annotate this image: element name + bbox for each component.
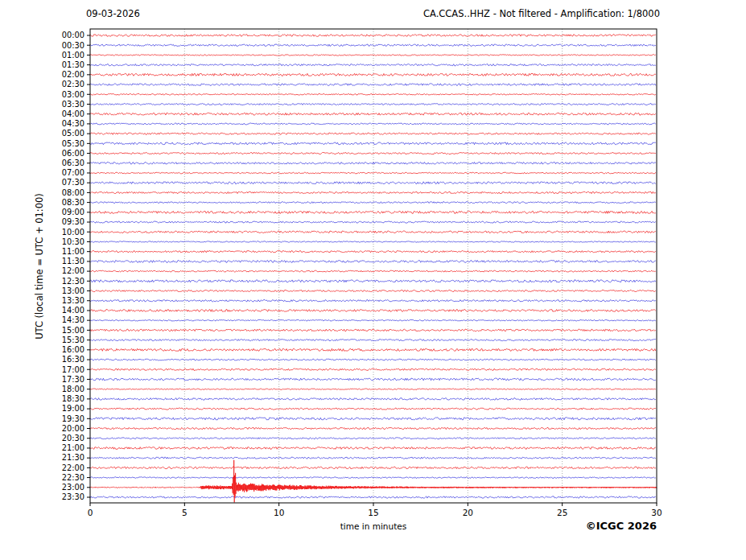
row-label-21:00: 21:00 (62, 443, 84, 452)
trace-10:00 (90, 231, 656, 233)
trace-06:30 (90, 163, 656, 165)
trace-09:00 (90, 211, 656, 213)
row-label-03:30: 03:30 (62, 100, 84, 109)
x-tick-label-25: 25 (557, 508, 567, 517)
trace-11:30 (90, 261, 656, 263)
trace-03:30 (90, 104, 656, 105)
trace-21:00 (90, 447, 656, 450)
trace-20:00 (90, 427, 656, 429)
row-label-10:00: 10:00 (62, 228, 84, 237)
row-label-12:30: 12:30 (62, 277, 84, 286)
trace-08:30 (90, 202, 656, 204)
row-label-00:00: 00:00 (62, 31, 84, 39)
row-label-04:00: 04:00 (62, 109, 84, 118)
row-label-14:00: 14:00 (62, 306, 84, 315)
trace-15:00 (90, 329, 656, 331)
trace-07:00 (90, 172, 656, 174)
x-tick-label-30: 30 (651, 508, 662, 517)
row-label-20:30: 20:30 (62, 434, 84, 443)
trace-02:30 (90, 84, 656, 86)
row-label-09:00: 09:00 (62, 208, 84, 216)
row-label-08:00: 08:00 (62, 188, 84, 197)
row-label-05:00: 05:00 (62, 129, 84, 138)
row-label-17:30: 17:30 (62, 375, 84, 384)
row-label-02:00: 02:00 (62, 70, 84, 79)
row-label-13:30: 13:30 (62, 296, 84, 305)
row-label-20:00: 20:00 (62, 424, 84, 433)
row-label-23:30: 23:30 (62, 492, 84, 501)
row-label-16:00: 16:00 (62, 345, 84, 354)
x-tick-label-10: 10 (274, 508, 284, 517)
trace-04:30 (90, 123, 656, 125)
trace-18:00 (90, 389, 656, 389)
row-label-14:30: 14:30 (62, 315, 84, 324)
trace-16:00 (90, 348, 656, 351)
trace-12:00 (90, 270, 656, 272)
trace-04:00 (90, 113, 656, 115)
trace-13:30 (90, 300, 656, 302)
row-label-19:00: 19:00 (62, 404, 84, 413)
trace-00:00 (90, 35, 656, 37)
trace-01:30 (90, 64, 656, 66)
trace-11:00 (90, 251, 656, 253)
trace-08:00 (90, 191, 656, 193)
row-label-02:30: 02:30 (62, 80, 84, 89)
row-label-06:30: 06:30 (62, 159, 84, 167)
row-label-07:00: 07:00 (62, 168, 84, 177)
trace-19:00 (90, 408, 656, 410)
trace-00:30 (90, 44, 656, 46)
trace-05:00 (90, 133, 656, 134)
trace-17:30 (90, 378, 656, 381)
trace-17:00 (90, 369, 656, 370)
row-label-18:30: 18:30 (62, 394, 84, 403)
trace-09:30 (90, 221, 656, 223)
trace-19:30 (90, 418, 656, 420)
trace-02:00 (90, 73, 656, 76)
row-label-18:00: 18:00 (62, 385, 84, 393)
trace-10:30 (90, 241, 656, 242)
trace-14:00 (90, 310, 656, 312)
row-label-10:30: 10:30 (62, 237, 84, 246)
row-label-13:00: 13:00 (62, 286, 84, 295)
row-label-23:00: 23:00 (62, 483, 84, 492)
row-label-11:00: 11:00 (62, 247, 84, 256)
row-label-22:00: 22:00 (62, 463, 84, 472)
trace-16:30 (90, 359, 656, 360)
x-tick-label-0: 0 (88, 508, 93, 517)
x-tick-label-15: 15 (368, 508, 378, 517)
row-label-15:30: 15:30 (62, 336, 84, 344)
trace-20:30 (90, 438, 656, 439)
trace-13:00 (90, 290, 656, 292)
row-label-08:30: 08:30 (62, 198, 84, 207)
row-label-09:30: 09:30 (62, 217, 84, 226)
trace-06:00 (90, 153, 656, 154)
row-label-19:30: 19:30 (62, 414, 84, 423)
trace-12:30 (90, 280, 656, 282)
trace-14:30 (90, 319, 656, 321)
row-label-03:00: 03:00 (62, 90, 84, 99)
row-label-07:30: 07:30 (62, 178, 84, 187)
trace-23:30 (90, 496, 656, 498)
trace-05:30 (90, 142, 656, 145)
row-label-00:30: 00:30 (62, 41, 84, 50)
trace-01:00 (90, 55, 656, 56)
trace-07:30 (90, 182, 656, 184)
trace-15:30 (90, 340, 656, 341)
trace-21:30 (90, 457, 656, 459)
trace-22:00 (90, 467, 656, 469)
row-label-04:30: 04:30 (62, 119, 84, 128)
row-label-22:30: 22:30 (62, 473, 84, 482)
row-label-21:30: 21:30 (62, 453, 84, 462)
row-label-06:00: 06:00 (62, 149, 84, 158)
row-label-12:00: 12:00 (62, 266, 84, 275)
row-label-15:00: 15:00 (62, 326, 84, 335)
trace-18:30 (90, 398, 656, 401)
x-tick-label-5: 5 (182, 508, 188, 517)
row-label-16:30: 16:30 (62, 355, 84, 364)
trace-03:00 (90, 94, 656, 96)
helicorder-plot: 05101520253000:0000:3001:0001:3002:0002:… (0, 0, 746, 560)
row-label-11:30: 11:30 (62, 257, 84, 266)
row-label-17:00: 17:00 (62, 365, 84, 374)
helicorder-page: 09-03-2026 CA.CCAS..HHZ - Not filtered -… (0, 0, 746, 560)
row-label-01:30: 01:30 (62, 60, 84, 69)
